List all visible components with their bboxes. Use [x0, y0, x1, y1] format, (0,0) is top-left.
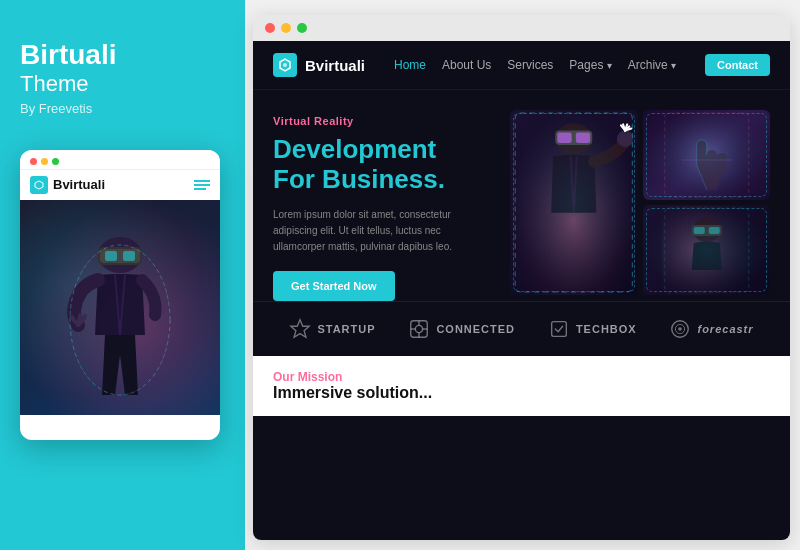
browser-dot-green	[297, 23, 307, 33]
brand-forecastr: forecastr	[669, 318, 753, 340]
mobile-hamburger-icon[interactable]	[194, 180, 210, 190]
svg-point-13	[617, 131, 633, 147]
browser-topbar	[253, 15, 790, 41]
hero-image-card-bottom-right	[643, 205, 771, 295]
brand-startup-label: STARTUP	[317, 323, 375, 335]
hero-desc: Lorem ipsum dolor sit amet, consectetur …	[273, 207, 490, 255]
svg-rect-23	[664, 208, 748, 292]
browser-window: Bvirtuali Home About Us Services Pages ▾…	[253, 15, 790, 540]
svg-rect-15	[661, 110, 751, 200]
nav-link-home[interactable]: Home	[394, 58, 426, 72]
nav-link-services[interactable]: Services	[507, 58, 553, 72]
hero-cta-button[interactable]: Get Started Now	[273, 271, 395, 301]
website-content: Bvirtuali Home About Us Services Pages ▾…	[253, 41, 790, 540]
mobile-top-bar	[20, 150, 220, 170]
svg-rect-8	[512, 110, 635, 295]
hero-tag: Virtual Reality	[273, 115, 490, 127]
website-logo-icon	[273, 53, 297, 77]
website-hero: Virtual Reality Development For Business…	[253, 90, 790, 301]
svg-rect-3	[105, 251, 117, 261]
hero-text: Virtual Reality Development For Business…	[273, 110, 490, 301]
svg-point-34	[679, 327, 683, 331]
nav-link-about[interactable]: About Us	[442, 58, 491, 72]
svg-rect-12	[576, 133, 590, 143]
nav-contact-button[interactable]: Contact	[705, 54, 770, 76]
svg-rect-10	[555, 131, 592, 145]
mobile-dot-red	[30, 158, 37, 165]
svg-rect-31	[552, 321, 567, 336]
mobile-dot-yellow	[41, 158, 48, 165]
svg-rect-21	[693, 227, 704, 234]
svg-rect-17	[664, 113, 748, 197]
hero-image-card-main	[510, 110, 638, 296]
mobile-window-controls	[30, 158, 59, 165]
website-logo-text: Bvirtuali	[305, 57, 365, 74]
brand-connected: CONNECTED	[408, 318, 515, 340]
right-panel: Bvirtuali Home About Us Services Pages ▾…	[245, 0, 800, 550]
svg-rect-11	[557, 133, 571, 143]
svg-rect-22	[708, 227, 719, 234]
brand-techbox-label: TECHBOX	[576, 323, 637, 335]
svg-rect-20	[691, 225, 721, 236]
mobile-nav-bar: Bvirtuali	[20, 170, 220, 200]
theme-by: By Freevetis	[20, 101, 225, 116]
browser-dot-red	[265, 23, 275, 33]
brands-bar: STARTUP CONNECTED	[253, 301, 790, 356]
mission-subtitle: Immersive solution...	[273, 384, 770, 402]
mobile-logo-text: Bvirtuali	[53, 177, 105, 192]
svg-rect-4	[123, 251, 135, 261]
svg-point-26	[416, 325, 423, 332]
mobile-logo-icon	[30, 176, 48, 194]
brand-techbox: TECHBOX	[548, 318, 637, 340]
browser-dot-yellow	[281, 23, 291, 33]
svg-rect-18	[661, 205, 751, 295]
svg-marker-24	[291, 320, 309, 337]
mission-section: Our Mission Immersive solution...	[253, 356, 790, 416]
theme-title: Birtuali	[20, 40, 225, 71]
website-nav-links: Home About Us Services Pages ▾ Archive ▾	[394, 58, 676, 72]
mobile-logo: Bvirtuali	[30, 176, 105, 194]
nav-link-pages[interactable]: Pages ▾	[569, 58, 611, 72]
svg-point-19	[692, 218, 720, 242]
mobile-hero-image	[20, 200, 220, 415]
theme-subtitle: Theme	[20, 71, 225, 97]
hero-title: Development For Business.	[273, 135, 490, 195]
svg-point-9	[555, 123, 592, 154]
svg-point-7	[283, 63, 287, 67]
website-nav: Bvirtuali Home About Us Services Pages ▾…	[253, 41, 790, 90]
svg-rect-14	[515, 113, 632, 292]
mission-title: Our Mission	[273, 370, 770, 384]
hero-images	[510, 110, 770, 301]
brand-startup: STARTUP	[289, 318, 375, 340]
mobile-dot-green	[52, 158, 59, 165]
hero-image-card-top-right	[643, 110, 771, 200]
left-panel: Birtuali Theme By Freevetis Bvirtuali	[0, 0, 245, 550]
website-logo: Bvirtuali	[273, 53, 365, 77]
brand-forecastr-label: forecastr	[697, 323, 753, 335]
brand-connected-label: CONNECTED	[436, 323, 515, 335]
mobile-mockup: Bvirtuali	[20, 150, 220, 440]
nav-link-archive[interactable]: Archive ▾	[628, 58, 676, 72]
